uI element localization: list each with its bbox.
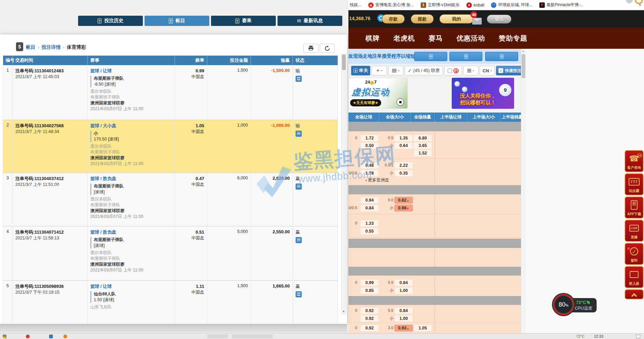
odds-cell[interactable]: 0.94 xyxy=(361,197,378,203)
tab-ht-moneyline[interactable]: 上半场独赢 xyxy=(500,113,521,122)
odds-cell[interactable]: 1.78 xyxy=(361,170,378,176)
nav-item-sponsorship[interactable]: 赞助专题 xyxy=(499,34,527,43)
sidebar-item-customer-service[interactable]: ☎24 客户咨询 xyxy=(625,150,644,172)
odds-cell[interactable]: 0.84 xyxy=(361,205,378,211)
odds-cell[interactable]: 0.84 xyxy=(395,308,413,314)
breadcrumb-account[interactable]: 帐目 xyxy=(26,44,35,50)
league-filter-button[interactable]: ✓(45 / 45) 联赛 xyxy=(405,66,443,75)
bookmark-item[interactable]: eesball xyxy=(466,2,484,8)
sidebar-item-live-stream[interactable]: LIVE 直播 xyxy=(625,220,644,242)
odds-cell[interactable]: 1.33 xyxy=(361,220,378,226)
language-dropdown[interactable]: CN▾ xyxy=(480,66,495,75)
sidebar-item-slots[interactable]: 777 玩拉霸 xyxy=(625,173,644,195)
quick-bet-toggle[interactable]: ✓快速投注 xyxy=(496,66,521,75)
tab-ht-over-under[interactable]: 上半场大/小 xyxy=(467,113,500,122)
print-button[interactable] xyxy=(303,44,318,53)
odds-cell[interactable]: 0.64 xyxy=(395,143,413,149)
sport-market-link[interactable]: 篮球 / 胜负盘 xyxy=(90,176,172,182)
tab-ft-moneyline[interactable]: 全场独赢 xyxy=(411,113,435,122)
tab-ft-over-under[interactable]: 全场大/小 xyxy=(379,113,411,122)
odds-cell[interactable]: 1.35 xyxy=(395,135,413,141)
odds-cell-changed[interactable]: 0.93▲ xyxy=(395,325,413,331)
nav-item-slots[interactable]: 老虎机 xyxy=(393,34,415,43)
bookmark-item[interactable]: ◠环球娱乐城, 环球... xyxy=(491,2,533,8)
sidebar-item-app-download[interactable]: APP下载 xyxy=(625,196,644,219)
sidebar-item-login-tool[interactable]: 登入器 xyxy=(625,266,644,288)
scroll-down-icon[interactable]: ▼ xyxy=(342,310,345,313)
checkbox[interactable] xyxy=(448,69,452,73)
sport-market-link[interactable]: 篮球 / 让球 xyxy=(90,283,172,290)
deposit-button[interactable]: 存款 xyxy=(382,14,405,24)
odds-cell[interactable]: 1.05 xyxy=(414,325,432,331)
tab-ft-handicap[interactable]: 全场让球 xyxy=(348,113,379,122)
odds-cell[interactable]: 0.85 xyxy=(361,288,378,294)
bookmark-item[interactable]: P最新Pinnacle平博-... xyxy=(539,2,583,8)
sport-market-link[interactable]: 篮球 / 胜负盘 xyxy=(90,229,172,235)
odds-cell[interactable]: 2.22 xyxy=(395,162,413,168)
scrollbar-thumb[interactable] xyxy=(342,55,346,70)
scrollbar-thumb[interactable] xyxy=(522,54,525,78)
nav-item-board-games[interactable]: 棋牌 xyxy=(365,34,380,43)
bet-slip-icon[interactable] xyxy=(296,237,302,243)
bet-slip-icon[interactable] xyxy=(296,291,302,297)
bookmark-item[interactable]: ▲安博电竞,安心博 放... xyxy=(368,2,414,8)
odds-cell-changed[interactable]: 0.98▼ xyxy=(395,205,413,211)
refresh-button[interactable] xyxy=(320,44,335,53)
breadcrumb-bet-details[interactable]: 投注详情 xyxy=(42,44,61,50)
tab-latest-news[interactable]: ✉ 最新讯息 xyxy=(278,16,342,26)
parlay-button[interactable]: $串关 xyxy=(351,66,370,75)
odds-cell[interactable]: 0.92 xyxy=(361,308,378,314)
odds-cell[interactable]: 0.55 xyxy=(361,228,378,234)
messages-envelope-icon[interactable] xyxy=(472,18,482,25)
bet-slip-icon[interactable] xyxy=(296,131,302,137)
notice-button-account[interactable] xyxy=(449,52,482,61)
bet-slip-icon[interactable] xyxy=(296,76,302,82)
withdraw-button[interactable]: 提款 xyxy=(411,14,434,24)
taskbar-app-icon[interactable] xyxy=(26,335,30,338)
view-mode-dropdown[interactable]: ▾ xyxy=(463,66,478,75)
more-asian-lines-link[interactable]: ▾更多亚洲盘 xyxy=(365,177,389,183)
sport-market-link[interactable]: 篮球 / 大小盘 xyxy=(90,123,172,129)
tab-ht-handicap[interactable]: 上半场让球 xyxy=(435,113,467,122)
odds-cell[interactable]: 1.00 xyxy=(395,315,413,322)
odds-cell[interactable]: 0.50 xyxy=(361,143,378,149)
hot-filter-toggle[interactable] xyxy=(444,66,462,75)
odds-cell[interactable]: 1.52 xyxy=(414,150,432,156)
odds-cell[interactable]: 1.00 xyxy=(395,288,413,294)
odds-cell-changed[interactable]: 0.82▲ xyxy=(395,197,413,203)
virtual-sports-banner[interactable]: 24◔7 虚拟运动 ★天天有球赛★ xyxy=(348,78,408,109)
tab-bet-history[interactable]: 投注历史 xyxy=(78,16,143,26)
sort-dropdown[interactable]: ▾ xyxy=(388,66,403,75)
sidebar-collapse-button[interactable] xyxy=(625,289,644,299)
notice-button-results[interactable] xyxy=(485,52,518,61)
sport-market-link[interactable]: 篮球 / 让球 xyxy=(90,68,172,74)
nav-item-horse-racing[interactable]: 赛马 xyxy=(429,34,443,43)
odds-cell[interactable]: 6.80 xyxy=(414,135,432,141)
notice-button-history[interactable] xyxy=(414,52,447,61)
odds-cell[interactable]: 0.92 xyxy=(361,315,378,322)
my-account-button[interactable]: 我的 xyxy=(439,14,474,24)
odds-cell[interactable]: 0.92 xyxy=(361,325,378,331)
tab-results[interactable]: 赛果 xyxy=(211,16,276,26)
odds-cell[interactable]: 0.35 xyxy=(395,170,413,176)
odds-cell[interactable]: 3.65 xyxy=(414,143,432,149)
scroll-up-icon[interactable]: ▲ xyxy=(522,50,524,52)
odds-cell[interactable]: 0.84 xyxy=(395,280,413,286)
logout-button[interactable]: 登出 xyxy=(487,15,511,24)
sidebar-item-check-in[interactable]: ✓ 签到 xyxy=(625,243,644,265)
bookmark-item[interactable]: 1立即博-v1bet娱乐 xyxy=(421,2,460,8)
dialog-scrollbar[interactable]: ▼ xyxy=(341,54,346,314)
odds-cell[interactable]: 1.72 xyxy=(361,135,378,141)
odds-cell[interactable]: 0.48 xyxy=(361,162,378,168)
nav-item-promotions[interactable]: 优惠活动 xyxy=(456,34,485,43)
bet-slip-icon[interactable] xyxy=(296,183,302,190)
show-desktop-button[interactable] xyxy=(636,335,640,338)
taskbar-app-icon[interactable] xyxy=(49,335,53,338)
start-button[interactable] xyxy=(3,335,6,338)
content-scrollbar[interactable]: ▲ xyxy=(521,49,526,333)
bookmark-item[interactable]: 线娱... xyxy=(350,2,361,8)
odds-cell[interactable]: 0.99 xyxy=(361,280,378,286)
add-market-dropdown[interactable]: +▾ xyxy=(372,66,387,75)
tab-account[interactable]: 帐目 xyxy=(145,16,209,26)
taskbar-app-icon[interactable] xyxy=(63,335,67,338)
